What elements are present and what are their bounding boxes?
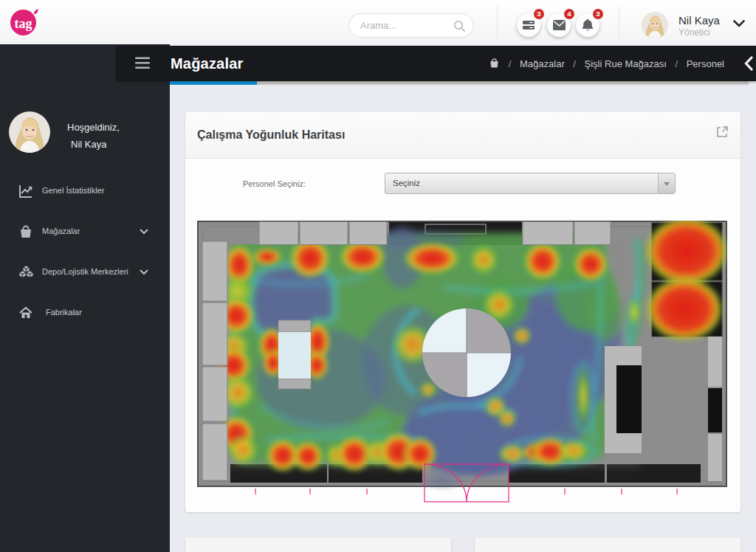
svg-text:tag: tag <box>15 16 32 31</box>
